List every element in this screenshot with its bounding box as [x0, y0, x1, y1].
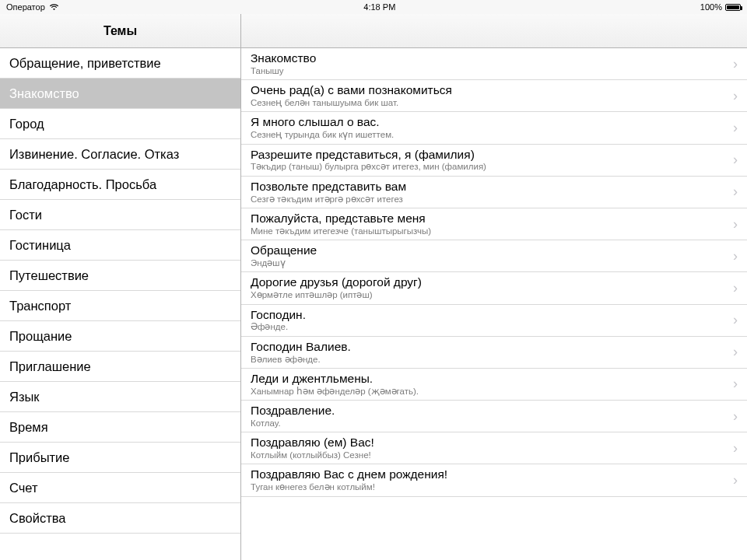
chevron-right-icon: › — [727, 216, 738, 233]
phrase-title: Леди и джентльмены. — [251, 372, 727, 386]
detail-pane[interactable]: ЗнакомствоТанышу›Очень рад(а) с вами поз… — [241, 48, 747, 560]
topic-item[interactable]: Благодарность. Просьба — [0, 170, 240, 200]
sidebar[interactable]: Обращение, приветствиеЗнакомствоГородИзв… — [0, 48, 241, 560]
topic-item[interactable]: Прощание — [0, 321, 240, 352]
phrase-subtitle: Танышу — [251, 65, 727, 76]
wifi-icon — [49, 3, 59, 11]
phrase-text: ОбращениеЭндәшү — [251, 243, 727, 268]
phrase-subtitle: Әфәнде. — [251, 321, 727, 332]
chevron-right-icon: › — [727, 120, 738, 136]
topic-item[interactable]: Приглашение — [0, 352, 240, 382]
sidebar-title: Темы — [0, 14, 241, 47]
app-screen: Оператор 4:18 PM 100% Темы Обращение, пр… — [0, 0, 747, 560]
phrase-item[interactable]: Позвольте представить вамСезгә тәкъдим и… — [241, 177, 747, 208]
phrase-text: Дорогие друзья (дорогой друг)Хөрмәтле ип… — [251, 275, 727, 300]
chevron-right-icon: › — [727, 56, 738, 72]
topic-item[interactable]: Свойства — [0, 503, 240, 534]
topic-item[interactable]: Время — [0, 412, 240, 443]
clock-label: 4:18 PM — [363, 2, 395, 12]
topic-label: Знакомство — [9, 86, 79, 101]
topic-item[interactable]: Язык — [0, 382, 240, 412]
topic-item[interactable]: Прибытие — [0, 443, 240, 473]
topic-label: Гостиница — [9, 238, 71, 253]
phrase-title: Я много слышал о вас. — [251, 115, 727, 129]
topic-item[interactable]: Извинение. Согласие. Отказ — [0, 139, 240, 170]
chevron-right-icon: › — [727, 408, 738, 425]
topic-label: Извинение. Согласие. Отказ — [9, 147, 179, 162]
status-bar: Оператор 4:18 PM 100% — [0, 0, 747, 14]
phrase-item[interactable]: ЗнакомствоТанышу› — [241, 48, 747, 80]
topic-label: Гости — [9, 208, 42, 222]
phrase-title: Поздравление. — [251, 404, 727, 418]
topic-label: Прощание — [9, 329, 72, 344]
battery-pct-label: 100% — [700, 2, 722, 12]
phrase-item[interactable]: Очень рад(а) с вами познакомитьсяСезнең … — [241, 80, 747, 112]
phrase-text: ЗнакомствоТанышу — [251, 51, 727, 76]
topic-item[interactable]: Город — [0, 109, 240, 139]
phrase-text: Господин Валиев.Вәлиев әфәнде. — [251, 340, 727, 365]
phrase-item[interactable]: Разрешите представиться, я (фамилия)Тәкъ… — [241, 145, 747, 177]
phrase-text: Поздравление.Котлау. — [251, 404, 727, 429]
topic-label: Обращение, приветствие — [9, 56, 161, 71]
phrase-title: Поздравляю Вас с днем рождения! — [251, 467, 727, 481]
chevron-right-icon: › — [727, 248, 738, 264]
phrase-text: Пожалуйста, представьте меняМине тәкъдим… — [251, 212, 727, 236]
phrase-subtitle: Туган көнегез белән котлыйм! — [251, 481, 727, 492]
phrase-item[interactable]: Леди и джентльмены.Ханымнар һәм әфәнделә… — [241, 369, 747, 401]
status-right: 100% — [700, 2, 741, 12]
phrase-text: Очень рад(а) с вами познакомитьсяСезнең … — [251, 83, 727, 108]
phrase-item[interactable]: Господин.Әфәнде.› — [241, 305, 747, 337]
phrase-subtitle: Вәлиев әфәнде. — [251, 354, 727, 365]
phrase-subtitle: Котлыйм (котлыйбыз) Сезне! — [251, 450, 727, 460]
topic-item[interactable]: Счет — [0, 473, 240, 503]
topic-list: Обращение, приветствиеЗнакомствоГородИзв… — [0, 48, 240, 534]
chevron-right-icon: › — [727, 376, 738, 392]
topic-label: Язык — [9, 390, 40, 404]
phrase-list: ЗнакомствоТанышу›Очень рад(а) с вами поз… — [241, 48, 747, 497]
phrase-title: Господин. — [251, 308, 727, 322]
phrase-item[interactable]: Поздравляю Вас с днем рождения!Туган көн… — [241, 464, 747, 496]
topic-label: Транспорт — [9, 299, 71, 313]
phrase-title: Пожалуйста, представьте меня — [251, 212, 727, 226]
phrase-subtitle: Мине тәкъдим итегезче (таныштырыгызчы) — [251, 226, 727, 236]
phrase-item[interactable]: Поздравление.Котлау.› — [241, 401, 747, 432]
phrase-subtitle: Хөрмәтле иптәшләр (иптәш) — [251, 289, 727, 300]
phrase-subtitle: Сезнең турында бик күп ишеттем. — [251, 129, 727, 140]
phrase-item[interactable]: Пожалуйста, представьте меняМине тәкъдим… — [241, 208, 747, 240]
phrase-item[interactable]: Я много слышал о вас.Сезнең турында бик … — [241, 112, 747, 144]
phrase-title: Господин Валиев. — [251, 340, 727, 354]
topic-label: Время — [9, 420, 48, 435]
topic-label: Приглашение — [9, 359, 91, 374]
topic-item[interactable]: Гостиница — [0, 230, 240, 261]
phrase-subtitle: Ханымнар һәм әфәнделәр (җәмәгать). — [251, 386, 727, 397]
chevron-right-icon: › — [727, 280, 738, 296]
phrase-title: Обращение — [251, 243, 727, 257]
phrase-text: Поздравляю (ем) Вас!Котлыйм (котлыйбыз) … — [251, 436, 727, 460]
phrase-item[interactable]: ОбращениеЭндәшү› — [241, 240, 747, 272]
phrase-title: Знакомство — [251, 51, 727, 65]
topic-item[interactable]: Обращение, приветствие — [0, 48, 240, 79]
topic-label: Путешествие — [9, 268, 89, 283]
phrase-text: Я много слышал о вас.Сезнең турында бик … — [251, 115, 727, 140]
nav-bar: Темы — [0, 14, 747, 48]
phrase-item[interactable]: Поздравляю (ем) Вас!Котлыйм (котлыйбыз) … — [241, 432, 747, 464]
phrase-subtitle: Сезгә тәкъдим итәргә рөхсәт итегез — [251, 194, 727, 205]
chevron-right-icon: › — [727, 344, 738, 360]
phrase-text: Поздравляю Вас с днем рождения!Туган көн… — [251, 467, 727, 492]
phrase-subtitle: Эндәшү — [251, 257, 727, 268]
topic-label: Счет — [9, 481, 38, 495]
phrase-text: Позвольте представить вамСезгә тәкъдим и… — [251, 180, 727, 205]
topic-item[interactable]: Транспорт — [0, 291, 240, 321]
phrase-text: Разрешите представиться, я (фамилия)Тәкъ… — [251, 148, 727, 173]
phrase-title: Дорогие друзья (дорогой друг) — [251, 275, 727, 289]
phrase-item[interactable]: Дорогие друзья (дорогой друг)Хөрмәтле ип… — [241, 272, 747, 304]
phrase-text: Господин.Әфәнде. — [251, 308, 727, 333]
topic-item[interactable]: Знакомство — [0, 79, 240, 109]
topic-item[interactable]: Путешествие — [0, 261, 240, 291]
phrase-text: Леди и джентльмены.Ханымнар һәм әфәнделә… — [251, 372, 727, 397]
phrase-subtitle: Тәкъдир (таныш) булырга рөхсәт итегез, м… — [251, 161, 727, 172]
phrase-item[interactable]: Господин Валиев.Вәлиев әфәнде.› — [241, 337, 747, 369]
phrase-subtitle: Котлау. — [251, 418, 727, 429]
topic-label: Прибытие — [9, 450, 70, 465]
topic-item[interactable]: Гости — [0, 200, 240, 230]
